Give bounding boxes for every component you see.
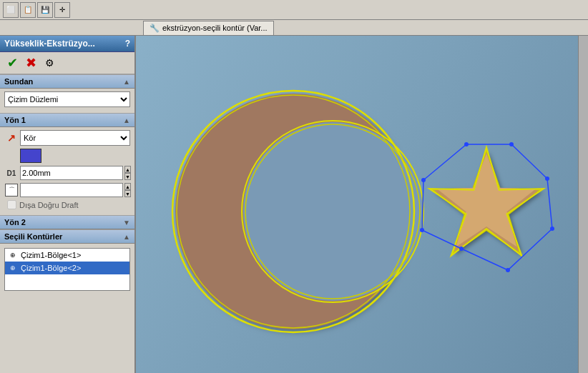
secili-konturler-arrow: ▲ [123, 233, 130, 241]
contour-list: ⊕ Çizim1-Bölge<1> ⊕ Çizim1-Bölge<2> [4, 248, 130, 291]
draft-label: Dışa Doğru Draft [19, 201, 79, 209]
yon1-type-dropdown[interactable]: Kör Tam Orta Düzlem [20, 130, 130, 146]
secili-konturler-content: ⊕ Çizim1-Bölge<1> ⊕ Çizim1-Bölge<2> [0, 244, 134, 295]
save-button[interactable]: 💾 [37, 2, 53, 18]
yon1-profile-down[interactable]: ▼ [124, 190, 131, 197]
yon1-color-row [4, 149, 130, 163]
tab-icon: 🔧 [150, 24, 160, 33]
yon1-profile-icon: ⌒ [4, 183, 19, 197]
open-button[interactable]: 📋 [20, 2, 36, 18]
yon1-label: Yön 1 [4, 116, 26, 124]
yon1-color-spacer [4, 149, 19, 163]
yon1-profile-up[interactable]: ▲ [124, 183, 131, 190]
tab-bar: 🔧 ekstrüzyon-seçili kontür (Var... [0, 20, 588, 36]
yon1-profile-row: ⌒ ▲ ▼ [4, 183, 130, 197]
contour-item-2[interactable]: ⊕ Çizim1-Bölge<2> [5, 262, 129, 274]
secili-konturler-label: Seçili Kontürler [4, 232, 62, 241]
contour-icon-1: ⊕ [8, 250, 18, 260]
yon1-type-row: ↗ Kör Tam Orta Düzlem [4, 130, 130, 146]
secili-konturler-header[interactable]: Seçili Kontürler ▲ [0, 229, 134, 244]
panel-title: Yükseklik-Ekstrüzyo... [4, 39, 95, 49]
d1-label: D1 [4, 166, 19, 180]
yon1-section-content: ↗ Kör Tam Orta Düzlem D1 [0, 127, 134, 215]
active-tab[interactable]: 🔧 ekstrüzyon-seçili kontür (Var... [143, 21, 274, 35]
yon1-depth-input[interactable] [20, 166, 123, 180]
yon1-depth-spinner[interactable]: ▲ ▼ [124, 166, 131, 180]
main-area: Yükseklik-Ekstrüzyo... ? ✔ ✖ ⚙ Sundan ▲ … [0, 36, 588, 373]
move-button[interactable]: ✛ [54, 2, 70, 18]
sundan-dropdown-row: Çizim Düzlemi Yüzey Vertex [4, 91, 130, 107]
yon2-label: Yön 2 [4, 218, 26, 227]
sundan-label: Sundan [4, 77, 33, 86]
vertical-scrollbar[interactable] [578, 36, 588, 373]
yon1-dir-icon: ↗ [4, 131, 19, 145]
yon1-arrow: ▲ [123, 116, 130, 124]
draft-checkbox-row: Dışa Doğru Draft [4, 200, 130, 209]
yon1-depth-down[interactable]: ▼ [124, 173, 131, 180]
sundan-section-content: Çizim Düzlemi Yüzey Vertex [0, 89, 134, 113]
contour-label-1: Çizim1-Bölge<1> [21, 251, 81, 259]
yon1-depth-up[interactable]: ▲ [124, 166, 131, 173]
panel-actions: ✔ ✖ ⚙ [0, 52, 134, 74]
contour-label-2: Çizim1-Bölge<2> [21, 264, 81, 272]
panel-header: Yükseklik-Ekstrüzyo... ? [0, 36, 134, 52]
draft-checkbox[interactable] [7, 200, 16, 209]
contour-icon-2: ⊕ [8, 263, 18, 273]
yon2-arrow: ▼ [123, 219, 130, 227]
ok-button[interactable]: ✔ [4, 55, 20, 71]
help-button[interactable]: ? [125, 39, 130, 49]
settings-button[interactable]: ⚙ [41, 55, 57, 71]
sundan-section-header[interactable]: Sundan ▲ [0, 74, 134, 89]
tab-label: ekstrüzyon-seçili kontür (Var... [162, 24, 268, 32]
contour-item-1[interactable]: ⊕ Çizim1-Bölge<1> [5, 249, 129, 262]
cancel-button[interactable]: ✖ [23, 55, 39, 71]
yon1-section-header[interactable]: Yön 1 ▲ [0, 113, 134, 127]
left-panel: Yükseklik-Ekstrüzyo... ? ✔ ✖ ⚙ Sundan ▲ … [0, 36, 136, 373]
yon1-depth-row: D1 ▲ ▼ [4, 166, 130, 180]
yon1-color-swatch[interactable] [20, 149, 41, 163]
viewport [136, 36, 588, 373]
yon2-section-header[interactable]: Yön 2 ▼ [0, 215, 134, 229]
top-toolbar: ⬜ 📋 💾 ✛ [0, 0, 588, 20]
sundan-arrow: ▲ [123, 78, 130, 86]
yon1-profile-input[interactable] [20, 183, 123, 197]
new-button[interactable]: ⬜ [3, 2, 19, 18]
sundan-dropdown[interactable]: Çizim Düzlemi Yüzey Vertex [4, 91, 130, 107]
scene-canvas [136, 36, 578, 373]
yon1-profile-spinner[interactable]: ▲ ▼ [124, 183, 131, 197]
